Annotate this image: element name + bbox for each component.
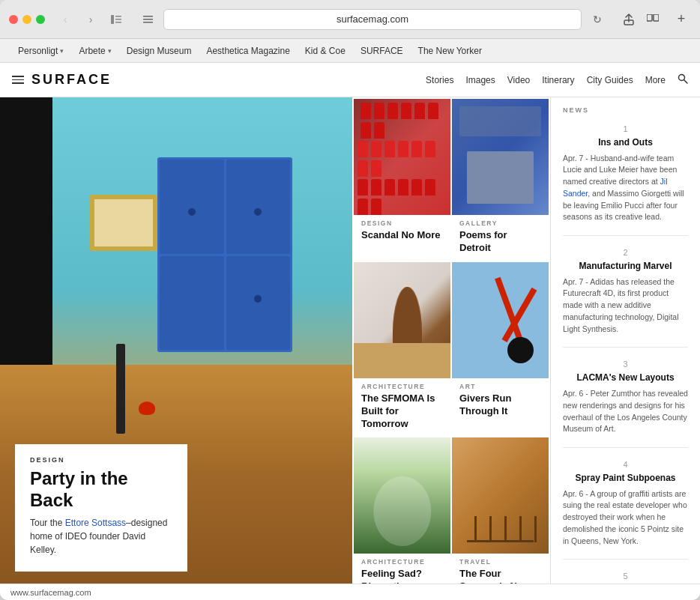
grid-image-seasons [452, 437, 549, 554]
grid-category-feeling: ARCHITECTURE [361, 558, 443, 566]
svg-rect-2 [115, 19, 121, 20]
close-button[interactable] [9, 15, 18, 24]
chevron-down-icon: ▾ [108, 47, 112, 55]
news-link-1[interactable]: Jil Sander [563, 177, 667, 198]
news-title-4[interactable]: Spray Paint Subpoenas [563, 473, 688, 485]
news-desc-4: Apr. 6 - A group of graffiti artists are… [563, 488, 688, 548]
nav-link-more[interactable]: More [645, 75, 666, 85]
main-content: ← 1/3 → DESIGN Party in the Back Tour th… [0, 97, 700, 584]
nav-link-video[interactable]: Video [507, 75, 530, 85]
nav-link-images[interactable]: Images [465, 75, 495, 85]
refresh-button[interactable]: ↻ [588, 10, 607, 29]
grid-item-feeling[interactable]: ARCHITECTURE Feeling Sad? Blame the Buil… [354, 437, 450, 584]
magazine-nav: SURFACE Stories Images Video Itinerary C… [0, 63, 700, 97]
grid-item-givers[interactable]: ART Givers Run Through It [452, 262, 549, 437]
menu-icon[interactable] [12, 76, 24, 84]
svg-rect-5 [143, 19, 153, 20]
bookmark-surface[interactable]: SURFACE [354, 43, 409, 59]
address-bar-area: surfacemag.com ↻ [138, 9, 607, 30]
featured-description: Tour the Ettore Sottsass–designed home o… [30, 516, 172, 557]
grid-info-detroit: GALLERY Poems for Detroit [452, 215, 549, 261]
maximize-button[interactable] [36, 15, 45, 24]
website-content: SURFACE Stories Images Video Itinerary C… [0, 63, 700, 584]
grid-category-seasons: TRAVEL [459, 558, 541, 566]
article-grid-area: DESIGN Scandal No More GALLERY Poems for… [352, 97, 550, 584]
umbrella-decoration [116, 344, 125, 434]
svg-rect-3 [115, 22, 121, 23]
news-item-5: 5 Side Hustles Apr. 6 - Hood by Air is b… [563, 572, 688, 584]
news-number-3: 3 [563, 360, 688, 369]
browser-actions [619, 10, 663, 29]
news-item-4: 4 Spray Paint Subpoenas Apr. 6 - A group… [563, 460, 688, 560]
cabinet-decoration [157, 157, 292, 352]
grid-image-detroit [452, 99, 549, 215]
grid-title-seasons: The Four Seasons's New Design Lab [459, 568, 541, 584]
picture-frame-decoration [90, 195, 157, 251]
news-desc-3: Apr. 6 - Peter Zumthor has revealed new … [563, 388, 688, 435]
grid-image-scandal [354, 99, 450, 215]
status-bar: www.surfacemag.com [0, 584, 700, 600]
grid-image-sfmoma [354, 262, 450, 378]
new-tab-button[interactable]: + [672, 10, 691, 29]
news-number-1: 1 [563, 124, 688, 133]
news-number-5: 5 [563, 572, 688, 581]
search-icon[interactable] [678, 73, 688, 86]
news-sidebar: NEWS 1 Ins and Outs Apr. 7 - Husband-and… [550, 97, 700, 584]
grid-info-givers: ART Givers Run Through It [452, 378, 549, 424]
news-title-3[interactable]: LACMA's New Layouts [563, 372, 688, 384]
minimize-button[interactable] [22, 15, 31, 24]
traffic-lights [9, 15, 45, 24]
news-item-3: 3 LACMA's New Layouts Apr. 6 - Peter Zum… [563, 360, 688, 448]
back-button[interactable]: ‹ [55, 10, 75, 29]
share-button[interactable] [619, 10, 639, 29]
grid-image-givers [452, 262, 549, 378]
nav-link-city-guides[interactable]: City Guides [587, 75, 633, 85]
nav-link-itinerary[interactable]: Itinerary [542, 75, 574, 85]
browser-titlebar: ‹ › surfacemag.com ↻ [0, 0, 700, 39]
url-text: surfacemag.com [337, 13, 408, 25]
grid-item-detroit[interactable]: GALLERY Poems for Detroit [452, 99, 549, 261]
reading-list-button[interactable] [643, 10, 663, 29]
bookmark-new-yorker[interactable]: The New Yorker [412, 43, 488, 59]
featured-badge: DESIGN [30, 456, 172, 464]
svg-line-11 [684, 80, 688, 84]
nav-link-stories[interactable]: Stories [426, 75, 453, 85]
tab-menu-button[interactable] [138, 10, 157, 29]
bird-decoration [139, 401, 155, 415]
featured-link[interactable]: Ettore Sottsass [65, 518, 126, 528]
grid-title-feeling: Feeling Sad? Blame the Building [361, 568, 443, 584]
featured-area[interactable]: ← 1/3 → DESIGN Party in the Back Tour th… [0, 97, 352, 584]
featured-title[interactable]: Party in the Back [30, 468, 172, 512]
svg-rect-0 [111, 15, 114, 24]
news-title-2[interactable]: Manufacturing Marvel [563, 261, 688, 273]
bookmark-kid-coe[interactable]: Kid & Coe [299, 43, 351, 59]
address-bar[interactable]: surfacemag.com [163, 9, 582, 30]
featured-info-box: DESIGN Party in the Back Tour the Ettore… [15, 444, 187, 572]
grid-title-sfmoma: The SFMOMA Is Built for Tomorrow [361, 393, 443, 431]
forward-button[interactable]: › [81, 10, 100, 29]
news-title-1[interactable]: Ins and Outs [563, 137, 688, 149]
bookmarks-bar: Personligt ▾ Arbete ▾ Design Museum Aest… [0, 39, 700, 63]
magazine-logo[interactable]: SURFACE [31, 72, 112, 88]
grid-info-feeling: ARCHITECTURE Feeling Sad? Blame the Buil… [354, 554, 450, 584]
news-item-1: 1 Ins and Outs Apr. 7 - Husband-and-wife… [563, 124, 688, 236]
bookmark-design-museum[interactable]: Design Museum [121, 43, 198, 59]
bookmark-aesthetica[interactable]: Aesthetica Magazine [200, 43, 295, 59]
svg-rect-4 [143, 16, 153, 17]
news-item-2: 2 Manufacturing Marvel Apr. 7 - Adidas h… [563, 248, 688, 348]
grid-image-feeling [354, 437, 450, 554]
news-desc-1: Apr. 7 - Husband-and-wife team Lucie and… [563, 153, 688, 224]
grid-item-scandal[interactable]: DESIGN Scandal No More [354, 99, 450, 261]
grid-title-detroit: Poems for Detroit [459, 229, 541, 255]
sidebar-button[interactable] [106, 10, 126, 29]
svg-rect-6 [143, 22, 153, 23]
article-grid: DESIGN Scandal No More GALLERY Poems for… [352, 97, 550, 584]
svg-rect-9 [654, 14, 659, 21]
status-url: www.surfacemag.com [10, 588, 91, 597]
grid-item-sfmoma[interactable]: ARCHITECTURE The SFMOMA Is Built for Tom… [354, 262, 450, 437]
bookmark-arbete[interactable]: Arbete ▾ [73, 43, 117, 59]
news-number-4: 4 [563, 460, 688, 469]
grid-item-seasons[interactable]: TRAVEL The Four Seasons's New Design Lab [452, 437, 549, 584]
bookmark-personligt[interactable]: Personligt ▾ [12, 43, 70, 59]
svg-rect-1 [115, 16, 121, 17]
